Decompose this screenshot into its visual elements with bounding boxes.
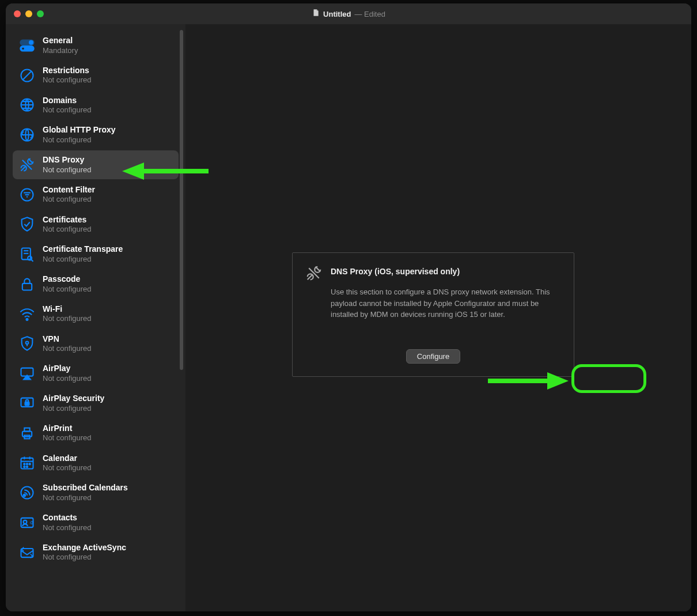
window-title-suffix: — Edited — [354, 10, 385, 18]
shield-icon — [18, 335, 36, 352]
titlebar: Untitled — Edited — [6, 3, 691, 24]
tools-icon — [305, 264, 323, 282]
sidebar-item-sub: Not configured — [43, 314, 92, 323]
sidebar-item-airprint[interactable]: AirPrintNot configured — [13, 419, 179, 448]
svg-rect-24 — [25, 402, 29, 406]
sidebar-item-restrictions[interactable]: RestrictionsNot configured — [13, 61, 179, 90]
sidebar-item-sub: Not configured — [43, 105, 92, 115]
toggle-icon — [18, 37, 36, 54]
app-window: Untitled — Edited GeneralMandatoryRestri… — [6, 3, 691, 611]
sidebar-item-label: Global HTTP Proxy — [43, 125, 116, 135]
sidebar-item-content-filter[interactable]: Content FilterNot configured — [13, 180, 179, 209]
sidebar-item-label: DNS Proxy — [43, 155, 92, 165]
globe-icon — [18, 96, 36, 114]
svg-point-33 — [26, 464, 28, 465]
sidebar-item-sub: Not configured — [43, 433, 92, 443]
sidebar-item-label: AirPrint — [43, 424, 92, 434]
svg-line-5 — [23, 71, 31, 80]
payload-info-panel: DNS Proxy (iOS, supervised only) Use thi… — [292, 252, 574, 377]
sidebar-item-sub: Not configured — [43, 344, 92, 353]
tools-icon — [18, 156, 36, 173]
window-title-text: Untitled — [323, 10, 351, 18]
sidebar-item-calendar[interactable]: CalendarNot configured — [13, 449, 179, 478]
panel-description: Use this section to configure a DNS prox… — [331, 286, 561, 320]
cert-search-icon — [18, 245, 36, 263]
sidebar-item-label: General — [43, 36, 78, 46]
sidebar-item-certificates[interactable]: CertificatesNot configured — [13, 210, 179, 239]
svg-point-19 — [26, 342, 29, 345]
close-window-button[interactable] — [14, 10, 21, 17]
sidebar-item-dns-proxy[interactable]: DNS ProxyNot configured — [13, 150, 179, 179]
svg-point-3 — [21, 47, 25, 50]
sidebar-scrollbar[interactable] — [180, 30, 183, 381]
configure-button[interactable]: Configure — [406, 349, 460, 364]
sidebar-item-label: Passcode — [43, 274, 92, 285]
sidebar-item-label: Contacts — [43, 513, 92, 523]
globe-arrows-icon — [18, 126, 36, 143]
wifi-icon — [18, 305, 36, 323]
sidebar: GeneralMandatoryRestrictionsNot configur… — [6, 24, 185, 611]
airplay-icon — [18, 365, 36, 382]
lock-icon — [18, 275, 36, 293]
svg-point-18 — [26, 318, 28, 320]
sidebar-item-domains[interactable]: DomainsNot configured — [13, 91, 179, 120]
sidebar-item-sub: Not configured — [43, 374, 92, 383]
sidebar-item-label: Subscribed Calendars — [43, 483, 128, 493]
svg-text:@: @ — [30, 520, 34, 524]
svg-point-1 — [29, 41, 33, 44]
scrollbar-thumb[interactable] — [180, 30, 183, 370]
contacts-icon: @ — [18, 514, 36, 531]
sidebar-item-sub: Not configured — [43, 75, 92, 85]
sidebar-item-subscribed-calendars[interactable]: Subscribed CalendarsNot configured — [13, 478, 179, 507]
sidebar-item-sub: Not configured — [43, 553, 126, 562]
sidebar-item-sub: Not configured — [43, 463, 92, 473]
calendar-icon — [18, 454, 36, 471]
document-icon — [312, 9, 320, 19]
sidebar-item-label: AirPlay Security — [43, 394, 104, 404]
sidebar-item-passcode[interactable]: PasscodeNot configured — [13, 270, 179, 298]
sidebar-item-certificate-transpare[interactable]: Certificate TranspareNot configured — [13, 240, 179, 269]
sidebar-item-global-http-proxy[interactable]: Global HTTP ProxyNot configured — [13, 120, 179, 149]
annotation-highlight-configure — [571, 364, 646, 393]
window-body: GeneralMandatoryRestrictionsNot configur… — [6, 24, 691, 611]
svg-rect-26 — [24, 428, 29, 431]
sidebar-item-sub: Not configured — [43, 165, 92, 175]
sidebar-item-label: Certificate Transpare — [43, 244, 123, 255]
sidebar-item-wi-fi[interactable]: Wi-FiNot configured — [13, 300, 179, 328]
sidebar-item-sub: Mandatory — [43, 46, 78, 55]
filter-icon — [18, 186, 36, 203]
minimize-window-button[interactable] — [25, 10, 32, 17]
svg-point-32 — [24, 464, 25, 465]
sidebar-item-airplay-security[interactable]: AirPlay SecurityNot configured — [13, 389, 179, 418]
svg-point-34 — [29, 464, 31, 465]
svg-line-16 — [31, 259, 33, 262]
svg-point-35 — [24, 466, 25, 467]
sidebar-item-label: AirPlay — [43, 364, 92, 374]
airplay-lock-icon — [18, 395, 36, 412]
subscribed-icon — [18, 484, 36, 501]
svg-point-37 — [21, 487, 33, 499]
sidebar-item-sub: Not configured — [43, 493, 128, 502]
sidebar-item-sub: Not configured — [43, 404, 104, 413]
sidebar-item-sub: Not configured — [43, 195, 95, 204]
zoom-window-button[interactable] — [37, 10, 44, 17]
sidebar-item-sub: Not configured — [43, 135, 116, 145]
sidebar-item-label: Content Filter — [43, 185, 95, 195]
cert-icon — [18, 216, 36, 233]
panel-title: DNS Proxy (iOS, supervised only) — [331, 267, 460, 276]
sidebar-item-contacts[interactable]: @ContactsNot configured — [13, 508, 179, 537]
sidebar-item-general[interactable]: GeneralMandatory — [13, 31, 179, 60]
svg-point-36 — [26, 466, 28, 467]
sidebar-item-vpn[interactable]: VPNNot configured — [13, 330, 179, 358]
no-icon — [18, 67, 36, 84]
sidebar-item-sub: Not configured — [43, 285, 92, 294]
sidebar-item-sub: Not configured — [43, 225, 92, 234]
sidebar-item-label: VPN — [43, 334, 92, 345]
sidebar-item-exchange-activesync[interactable]: Exchange ActiveSyncNot configured — [13, 538, 179, 567]
window-title: Untitled — Edited — [6, 9, 691, 19]
sidebar-item-label: Calendar — [43, 454, 92, 464]
sidebar-item-airplay[interactable]: AirPlayNot configured — [13, 359, 179, 388]
traffic-lights — [6, 10, 44, 17]
sidebar-item-label: Restrictions — [43, 66, 92, 76]
printer-icon — [18, 425, 36, 442]
